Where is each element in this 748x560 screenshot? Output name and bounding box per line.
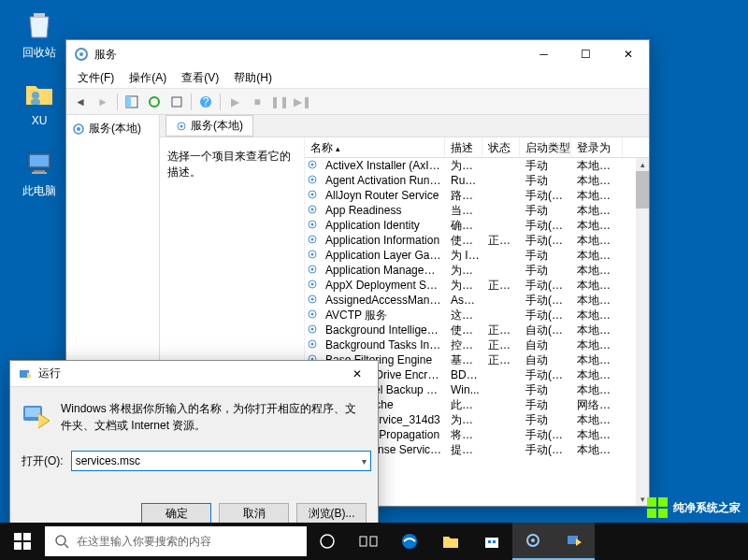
- run-icon: [18, 366, 33, 381]
- close-button[interactable]: ✕: [336, 360, 378, 388]
- cell-logon: 网络服务: [573, 397, 625, 413]
- cell-name: Background Tasks Infras...: [322, 338, 447, 352]
- taskbar-run-icon[interactable]: [554, 523, 595, 560]
- cell-logon: 本地系统: [573, 158, 625, 174]
- browse-button[interactable]: 浏览(B)...: [296, 503, 367, 524]
- cell-desc: 这是...: [447, 308, 484, 323]
- cell-logon: 本地系统: [573, 367, 625, 383]
- cell-name: AllJoyn Router Service: [322, 189, 447, 202]
- svg-rect-0: [34, 13, 45, 17]
- cell-start: 手动(触发...: [522, 442, 573, 458]
- cell-start: 手动: [522, 203, 573, 219]
- cell-desc: Assi...: [447, 294, 484, 307]
- svg-point-32: [311, 253, 314, 256]
- svg-point-22: [311, 179, 314, 181]
- table-row[interactable]: Agent Activation Runtime...Runt...手动本地系统: [305, 173, 636, 188]
- edge-icon[interactable]: [389, 523, 430, 560]
- back-icon[interactable]: ◄: [70, 92, 91, 112]
- pause-icon[interactable]: ❚❚: [269, 92, 290, 112]
- col-stat[interactable]: 状态: [482, 137, 520, 157]
- col-name[interactable]: 名称 ▴: [305, 137, 445, 157]
- close-button[interactable]: ✕: [607, 40, 649, 68]
- cortana-icon[interactable]: [307, 523, 348, 560]
- tab-services-local[interactable]: 服务(本地): [165, 115, 253, 136]
- gear-icon: [307, 309, 320, 322]
- menu-file[interactable]: 文件(F): [70, 68, 122, 88]
- cell-name: App Readiness: [322, 204, 447, 217]
- chevron-down-icon[interactable]: ▾: [362, 456, 367, 467]
- open-label: 打开(O):: [22, 453, 64, 469]
- cell-start: 自动: [522, 337, 573, 353]
- table-row[interactable]: Background Intelligent T...使用...正在...自动(…: [305, 323, 636, 337]
- svg-rect-73: [360, 537, 367, 546]
- svg-point-72: [321, 535, 334, 548]
- table-row[interactable]: AssignedAccessManager...Assi...手动(触发...本…: [305, 293, 636, 308]
- cell-start: 手动: [522, 263, 573, 279]
- help-icon[interactable]: ?: [195, 92, 216, 112]
- menu-view[interactable]: 查看(V): [174, 68, 226, 88]
- col-desc[interactable]: 描述: [445, 137, 482, 157]
- table-row[interactable]: Application Layer Gatewa...为 In...手动本地服务: [305, 248, 636, 263]
- svg-point-38: [311, 298, 314, 301]
- table-row[interactable]: AppX Deployment Servic...为部...正在...手动(触发…: [305, 278, 636, 293]
- table-row[interactable]: ActiveX Installer (AxInstSV)为从...手动本地系统: [305, 158, 636, 173]
- cell-name: Background Intelligent T...: [322, 323, 447, 337]
- table-row[interactable]: Application Management为通...手动本地系统: [305, 263, 636, 278]
- svg-rect-69: [23, 542, 31, 550]
- svg-text:?: ?: [203, 95, 209, 108]
- export-icon[interactable]: [166, 92, 187, 112]
- desktop-icon-user[interactable]: XU: [11, 75, 67, 127]
- svg-rect-63: [658, 497, 668, 507]
- stop-square-icon[interactable]: ■: [247, 92, 267, 112]
- show-hide-icon[interactable]: [122, 92, 142, 112]
- table-row[interactable]: AllJoyn Router Service路由...手动(触发...本地服务: [305, 188, 636, 203]
- folder-icon: [21, 75, 58, 112]
- play-icon[interactable]: ▶: [224, 92, 245, 112]
- menu-help[interactable]: 帮助(H): [226, 68, 280, 88]
- minimize-button[interactable]: ─: [523, 40, 565, 68]
- run-description: Windows 将根据你所输入的名称，为你打开相应的程序、文件夹、文档或 Int…: [61, 400, 367, 434]
- cell-start: 手动: [522, 158, 573, 174]
- col-start[interactable]: 启动类型: [520, 137, 571, 157]
- nav-services-local[interactable]: 服务(本地): [70, 119, 155, 138]
- table-row[interactable]: Application Information使用...正在...手动(触发..…: [305, 233, 636, 248]
- titlebar[interactable]: 服务 ─ ☐ ✕: [66, 40, 649, 68]
- forward-icon[interactable]: ►: [93, 92, 113, 112]
- task-view-icon[interactable]: [348, 523, 389, 560]
- cell-start: 手动(触发...: [522, 308, 573, 323]
- scrollbar[interactable]: ▴ ▾: [636, 158, 649, 506]
- svg-point-11: [150, 97, 159, 107]
- cell-name: Application Management: [322, 264, 447, 277]
- explorer-icon[interactable]: [430, 523, 471, 560]
- cell-desc: BDE...: [447, 368, 484, 381]
- taskbar: 在这里输入你要搜索的内容: [0, 523, 748, 560]
- col-logon[interactable]: 登录为: [571, 137, 623, 157]
- titlebar[interactable]: 运行 ✕: [10, 361, 378, 387]
- desktop-icon-recycle-bin[interactable]: 回收站: [11, 6, 67, 61]
- cancel-button[interactable]: 取消: [219, 503, 289, 524]
- refresh-icon[interactable]: [144, 92, 165, 112]
- table-row[interactable]: Background Tasks Infras...控制...正在...自动本地…: [305, 337, 636, 352]
- table-row[interactable]: AVCTP 服务这是...手动(触发...本地服务: [305, 308, 636, 323]
- menu-action[interactable]: 操作(A): [122, 68, 174, 88]
- scroll-thumb[interactable]: [636, 171, 649, 208]
- maximize-button[interactable]: ☐: [565, 40, 607, 68]
- tab-strip: 服务(本地): [160, 115, 649, 137]
- cell-logon: 本地系统: [573, 203, 625, 219]
- scroll-up-icon[interactable]: ▴: [636, 158, 649, 171]
- open-input[interactable]: [71, 451, 371, 471]
- start-button[interactable]: [0, 523, 45, 560]
- table-row[interactable]: App Readiness当用...手动本地系统: [305, 203, 636, 218]
- store-icon[interactable]: [471, 523, 512, 560]
- svg-rect-62: [647, 497, 656, 507]
- pc-icon: [21, 144, 58, 181]
- gear-icon: [307, 338, 320, 352]
- restart-icon[interactable]: ▶❚: [292, 92, 312, 112]
- search-box[interactable]: 在这里输入你要搜索的内容: [45, 526, 307, 556]
- ok-button[interactable]: 确定: [141, 503, 211, 524]
- svg-point-34: [311, 268, 314, 271]
- taskbar-services-icon[interactable]: [512, 523, 554, 560]
- desktop-icon-this-pc[interactable]: 此电脑: [11, 144, 67, 199]
- svg-point-20: [311, 164, 314, 166]
- table-row[interactable]: Application Identity确定...手动(触发...本地服务: [305, 218, 636, 233]
